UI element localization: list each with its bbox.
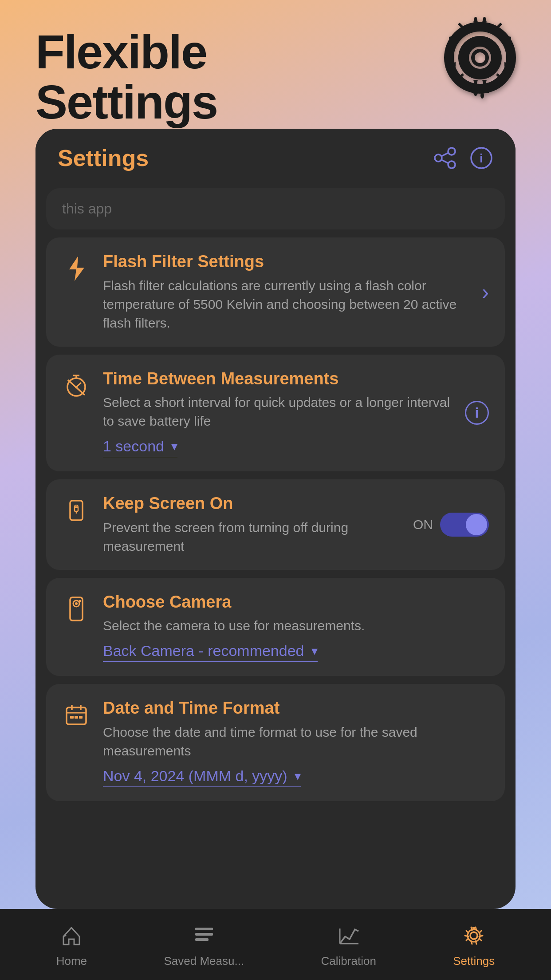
time-dropdown[interactable]: 1 second ▾ xyxy=(103,438,177,457)
timer-icon xyxy=(62,371,91,400)
camera-dropdown-value: Back Camera - recommended xyxy=(103,642,304,660)
nav-label-saved: Saved Measu... xyxy=(164,954,244,968)
date-dropdown-arrow: ▾ xyxy=(295,769,301,783)
svg-point-6 xyxy=(469,87,472,91)
svg-rect-42 xyxy=(195,938,209,941)
choose-camera-desc: Select the camera to use for measurement… xyxy=(103,616,489,635)
partial-top-card: this app xyxy=(46,188,505,229)
card-title: Settings xyxy=(58,145,149,171)
card-header: Settings i xyxy=(35,129,516,184)
flash-filter-title: Flash Filter Settings xyxy=(103,252,469,272)
svg-rect-41 xyxy=(195,933,213,936)
svg-point-8 xyxy=(496,83,498,86)
date-time-content: Date and Time Format Choose the date and… xyxy=(103,698,489,787)
toggle-container: ON xyxy=(413,513,489,537)
keep-screen-desc: Prevent the screen from turning off duri… xyxy=(103,518,401,556)
date-dropdown[interactable]: Nov 4, 2024 (MMM d, yyyy) ▾ xyxy=(103,767,301,787)
svg-point-11 xyxy=(435,154,442,162)
svg-line-13 xyxy=(441,153,449,156)
svg-point-5 xyxy=(487,89,489,93)
svg-rect-40 xyxy=(195,928,213,930)
svg-point-7 xyxy=(464,81,467,83)
calibration-icon xyxy=(335,921,363,950)
time-between-info[interactable]: i xyxy=(465,401,489,425)
nav-item-settings[interactable]: Settings xyxy=(453,921,495,968)
date-dropdown-value: Nov 4, 2024 (MMM d, yyyy) xyxy=(103,767,287,785)
flash-icon xyxy=(62,254,91,283)
flash-filter-content: Flash Filter Settings Flash filter calcu… xyxy=(103,252,469,332)
settings-list: this app Flash Filter Settings Flash fil… xyxy=(35,184,516,909)
nav-item-saved[interactable]: Saved Measu... xyxy=(164,921,244,968)
date-time-card: Date and Time Format Choose the date and… xyxy=(46,684,505,801)
svg-point-9 xyxy=(499,77,501,79)
gear-icon xyxy=(436,13,524,102)
svg-rect-37 xyxy=(75,716,78,719)
time-between-desc: Select a short interval for quick update… xyxy=(103,393,453,431)
keep-screen-title: Keep Screen On xyxy=(103,494,401,514)
choose-camera-content: Choose Camera Select the camera to use f… xyxy=(103,592,489,662)
choose-camera-card: Choose Camera Select the camera to use f… xyxy=(46,578,505,676)
home-icon xyxy=(57,921,86,950)
toggle-on-label: ON xyxy=(413,517,433,532)
camera-dropdown[interactable]: Back Camera - recommended ▾ xyxy=(103,642,318,662)
choose-camera-title: Choose Camera xyxy=(103,592,489,612)
svg-rect-24 xyxy=(70,501,83,520)
svg-point-31 xyxy=(79,600,81,602)
nav-label-home: Home xyxy=(56,954,87,968)
header-icons: i xyxy=(433,146,493,170)
svg-point-45 xyxy=(470,932,477,939)
chevron-right-icon: › xyxy=(482,280,489,304)
phone-lock-icon xyxy=(62,496,91,525)
time-between-title: Time Between Measurements xyxy=(103,369,453,389)
camera-dropdown-arrow: ▾ xyxy=(311,644,318,658)
flash-filter-card[interactable]: Flash Filter Settings Flash filter calcu… xyxy=(46,237,505,347)
keep-screen-content: Keep Screen On Prevent the screen from t… xyxy=(103,494,401,556)
svg-point-46 xyxy=(468,929,480,942)
nav-item-calibration[interactable]: Calibration xyxy=(321,921,376,968)
svg-point-2 xyxy=(473,51,487,65)
partial-text: this app xyxy=(62,201,112,217)
info-circle-icon: i xyxy=(465,401,489,425)
share-icon[interactable] xyxy=(433,146,457,170)
svg-rect-36 xyxy=(70,716,74,719)
date-time-title: Date and Time Format xyxy=(103,698,489,719)
svg-point-10 xyxy=(448,148,455,155)
flash-filter-action[interactable]: › xyxy=(482,280,489,304)
nav-item-home[interactable]: Home xyxy=(56,921,87,968)
page-header: Flexible Settings xyxy=(0,0,551,141)
calendar-icon xyxy=(62,701,91,729)
keep-screen-toggle[interactable]: ON xyxy=(413,513,489,537)
info-icon[interactable]: i xyxy=(469,146,493,170)
time-between-card: Time Between Measurements Select a short… xyxy=(46,355,505,472)
camera-icon xyxy=(62,595,91,623)
nav-label-calibration: Calibration xyxy=(321,954,376,968)
flash-filter-desc: Flash filter calculations are currently … xyxy=(103,277,469,332)
svg-marker-17 xyxy=(69,256,84,281)
keep-screen-card: Keep Screen On Prevent the screen from t… xyxy=(46,479,505,570)
nav-label-settings: Settings xyxy=(453,954,495,968)
toggle-thumb xyxy=(466,514,487,535)
time-dropdown-value: 1 second xyxy=(103,438,164,455)
settings-nav-icon xyxy=(460,921,488,950)
time-dropdown-arrow: ▾ xyxy=(171,439,177,454)
svg-point-4 xyxy=(480,92,484,99)
saved-icon xyxy=(190,921,218,950)
date-time-desc: Choose the date and time format to use f… xyxy=(103,723,489,760)
svg-text:i: i xyxy=(480,151,483,165)
app-card: Settings i this app xyxy=(35,129,516,909)
toggle-track[interactable] xyxy=(440,513,489,537)
svg-point-30 xyxy=(75,602,78,605)
svg-point-3 xyxy=(473,89,478,96)
svg-point-12 xyxy=(448,161,455,168)
bottom-nav: Home Saved Measu... Calibration xyxy=(0,909,551,980)
svg-rect-38 xyxy=(79,716,83,719)
time-between-content: Time Between Measurements Select a short… xyxy=(103,369,453,458)
svg-line-14 xyxy=(441,160,449,163)
